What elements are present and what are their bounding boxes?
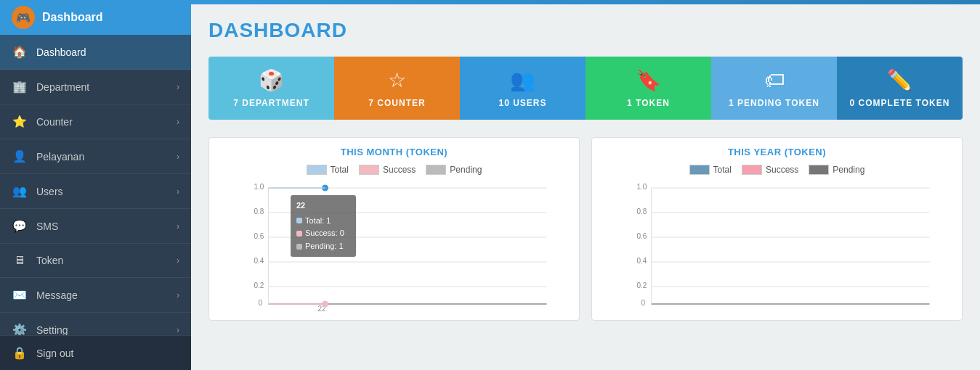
legend-right-pending-color <box>809 165 829 175</box>
sidebar-item-left-department: 🏢 Department <box>12 80 89 94</box>
legend-right-pending: Pending <box>809 165 864 175</box>
stat-icon-pending_token: 🏷 <box>764 68 785 92</box>
legend-right-total: Total <box>689 165 732 175</box>
sidebar-label-users: Users <box>36 186 63 197</box>
stat-label-complete_token: 0 COMPLETE TOKEN <box>850 98 950 108</box>
stat-card-counter: ☆ 7 COUNTER <box>334 57 460 120</box>
sidebar-icon-setting: ⚙️ <box>12 323 28 335</box>
chart-right-area: 1.0 0.8 0.6 0.4 0.2 0 <box>601 181 953 311</box>
sidebar-label-pelayanan: Pelayanan <box>36 151 84 163</box>
legend-pending-color <box>426 165 446 175</box>
stat-label-token: 1 TOKEN <box>627 98 670 108</box>
main-content: DASHBOARD 🎲 7 DEPARTMENT ☆ 7 COUNTER 👥 1… <box>191 0 980 370</box>
legend-pending: Pending <box>426 165 482 175</box>
sidebar-label-counter: Counter <box>36 116 73 128</box>
stat-icon-complete_token: ✏️ <box>887 68 912 92</box>
sidebar-item-left-setting: ⚙️ Setting <box>12 323 68 335</box>
sidebar-label-setting: Setting <box>36 324 68 336</box>
sidebar-label-dashboard: Dashboard <box>36 46 86 58</box>
sidebar-arrow-counter: › <box>177 117 179 127</box>
stat-label-department: 7 DEPARTMENT <box>233 98 309 108</box>
stat-icon-token: 🔖 <box>636 68 661 92</box>
sidebar-arrow-department: › <box>177 82 179 92</box>
sidebar-item-pelayanan[interactable]: 👤 Pelayanan › <box>0 139 191 174</box>
chart-left-area: 1.0 0.8 0.6 0.4 0.2 0 <box>218 181 570 311</box>
sidebar-header: 🎮 Dashboard <box>0 0 191 35</box>
svg-text:0: 0 <box>259 299 263 307</box>
content-area: DASHBOARD 🎲 7 DEPARTMENT ☆ 7 COUNTER 👥 1… <box>191 4 980 370</box>
sidebar-icon-token: 🖥 <box>12 254 28 267</box>
signout-item[interactable]: 🔒 Sign out <box>0 335 191 370</box>
svg-text:0.4: 0.4 <box>254 257 264 265</box>
sidebar-arrow-sms: › <box>177 221 179 231</box>
stat-icon-department: 🎲 <box>259 68 284 92</box>
sidebar-item-token[interactable]: 🖥 Token › <box>0 244 191 278</box>
stat-card-users: 👥 10 USERS <box>460 57 586 120</box>
sidebar-item-dashboard[interactable]: 🏠 Dashboard <box>0 35 191 70</box>
svg-text:0: 0 <box>641 299 646 307</box>
sidebar-item-left-sms: 💬 SMS <box>12 219 58 233</box>
sidebar-arrow-users: › <box>177 186 179 197</box>
stat-card-department: 🎲 7 DEPARTMENT <box>208 57 334 120</box>
sidebar: 🎮 Dashboard 🏠 Dashboard 🏢 Department › ⭐… <box>0 0 191 370</box>
chart-left-svg: 1.0 0.8 0.6 0.4 0.2 0 <box>218 181 570 311</box>
sidebar-arrow-message: › <box>177 290 179 300</box>
legend-success: Success <box>359 165 416 175</box>
sidebar-item-left-token: 🖥 Token <box>12 254 63 267</box>
sidebar-item-left-counter: ⭐ Counter <box>12 115 73 128</box>
stat-icon-counter: ☆ <box>388 68 406 92</box>
legend-pending-label: Pending <box>450 165 482 175</box>
sidebar-item-left-pelayanan: 👤 Pelayanan <box>12 149 84 163</box>
legend-total-color <box>307 165 327 175</box>
chart-right-legend: Total Success Pending <box>601 165 953 175</box>
sidebar-icon-sms: 💬 <box>12 219 28 233</box>
signout-label: Sign out <box>36 348 73 359</box>
sidebar-label-sms: SMS <box>36 221 58 232</box>
sidebar-item-sms[interactable]: 💬 SMS › <box>0 209 191 244</box>
chart-right-title: THIS YEAR (TOKEN) <box>601 147 953 157</box>
sidebar-label-department: Department <box>36 81 89 93</box>
legend-right-success-color <box>742 165 762 175</box>
svg-text:0.4: 0.4 <box>637 257 647 265</box>
sidebar-label-token: Token <box>36 255 63 266</box>
stat-card-token: 🔖 1 TOKEN <box>586 57 711 120</box>
legend-total-label: Total <box>331 165 349 175</box>
legend-right-pending-label: Pending <box>833 165 864 175</box>
stat-icon-users: 👥 <box>510 68 535 92</box>
legend-success-label: Success <box>383 165 416 175</box>
legend-right-total-color <box>689 165 710 175</box>
sidebar-logo-icon: 🎮 <box>12 6 35 29</box>
svg-text:1.0: 1.0 <box>254 183 264 191</box>
sidebar-icon-users: 👥 <box>12 184 28 198</box>
sidebar-icon-dashboard: 🏠 <box>12 45 28 59</box>
sidebar-icon-department: 🏢 <box>12 80 28 94</box>
sidebar-item-department[interactable]: 🏢 Department › <box>0 70 191 104</box>
sidebar-arrow-pelayanan: › <box>177 152 179 162</box>
sidebar-item-users[interactable]: 👥 Users › <box>0 174 191 209</box>
sidebar-item-left-users: 👥 Users <box>12 184 63 198</box>
chart-left: THIS MONTH (TOKEN) Total Success Pending <box>208 137 580 321</box>
svg-text:0.8: 0.8 <box>637 207 647 215</box>
svg-text:0.2: 0.2 <box>254 281 264 289</box>
sidebar-icon-counter: ⭐ <box>12 115 28 128</box>
svg-text:0.6: 0.6 <box>637 232 647 240</box>
sidebar-item-message[interactable]: ✉️ Message › <box>0 278 191 313</box>
chart-left-title: THIS MONTH (TOKEN) <box>218 147 570 157</box>
legend-total: Total <box>307 165 349 175</box>
legend-success-color <box>359 165 379 175</box>
legend-right-success-label: Success <box>766 165 798 175</box>
sidebar-item-left-message: ✉️ Message <box>12 288 78 302</box>
sidebar-item-left-dashboard: 🏠 Dashboard <box>12 45 86 59</box>
sidebar-item-counter[interactable]: ⭐ Counter › <box>0 104 191 139</box>
svg-text:0.8: 0.8 <box>254 207 264 215</box>
sidebar-label-message: Message <box>36 289 78 301</box>
stat-label-users: 10 USERS <box>498 98 546 108</box>
sidebar-item-setting[interactable]: ⚙️ Setting › <box>0 313 191 335</box>
chart-right-svg: 1.0 0.8 0.6 0.4 0.2 0 <box>601 181 953 311</box>
svg-text:1.0: 1.0 <box>637 183 647 191</box>
charts-row: THIS MONTH (TOKEN) Total Success Pending <box>208 137 963 321</box>
svg-text:0.2: 0.2 <box>637 281 647 289</box>
signout-icon: 🔒 <box>12 346 28 360</box>
sidebar-title: Dashboard <box>42 11 103 24</box>
stat-label-pending_token: 1 PENDING TOKEN <box>729 98 819 108</box>
